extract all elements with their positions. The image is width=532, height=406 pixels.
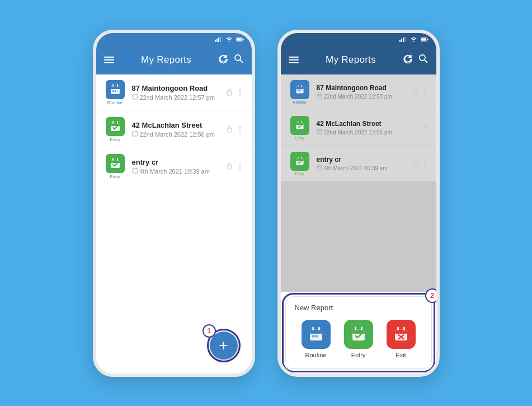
svg-rect-43 — [403, 38, 404, 42]
lock-icon-2 — [226, 125, 233, 134]
report-list-left: Routine 87 Maintongoon Road — [96, 74, 252, 185]
bottom-sheet-actions: Routine Entry — [295, 318, 422, 361]
report-name-r3: entry cr — [317, 156, 407, 164]
svg-rect-67 — [317, 130, 321, 134]
dots-icon-r2[interactable]: ⋮ — [422, 124, 429, 132]
svg-rect-20 — [227, 91, 232, 95]
refresh-icon-left[interactable] — [218, 54, 228, 66]
dots-icon-2[interactable]: ⋮ — [236, 125, 244, 134]
content-right: Routine 87 Maintongoon Road — [281, 74, 436, 292]
exit-icon — [387, 320, 416, 349]
plus-icon: + — [219, 338, 228, 353]
calendar-icon-1 — [132, 94, 138, 101]
report-icon-entry-left-1 — [106, 117, 125, 136]
svg-rect-33 — [111, 162, 120, 163]
svg-rect-52 — [296, 88, 303, 89]
svg-rect-71 — [413, 127, 417, 130]
signal-icon-right — [399, 37, 407, 42]
report-icon-wrap-2: Entry — [104, 117, 126, 142]
svg-rect-2 — [218, 38, 219, 42]
new-report-label: New Report — [295, 304, 422, 312]
report-actions-r2: ⋮ — [413, 123, 429, 132]
svg-rect-46 — [421, 38, 426, 40]
refresh-icon-right[interactable] — [403, 54, 413, 66]
report-item[interactable]: Entry entry cr 4th March — [96, 148, 252, 185]
routine-action-label: Routine — [305, 352, 327, 358]
report-list-right: Routine 87 Maintongoon Road — [281, 74, 436, 182]
lock-icon-r2 — [413, 123, 418, 132]
report-icon-wrap-3: Entry — [104, 154, 126, 179]
search-icon-right[interactable] — [418, 54, 428, 66]
report-actions-2: ⋮ — [226, 125, 244, 134]
report-icon-routine-right — [290, 80, 309, 99]
report-icon-wrap-r2: Entry — [289, 116, 311, 140]
dots-icon-r3[interactable]: ⋮ — [422, 160, 429, 167]
calendar-icon-2 — [132, 130, 138, 138]
report-type-label-r2: Entry — [295, 136, 304, 140]
header-title-right: My Reports — [326, 54, 376, 66]
report-actions-r1: ⋮ — [413, 87, 429, 96]
report-type-label-2: Entry — [110, 137, 120, 142]
report-item[interactable]: Entry entry cr 4th March — [281, 146, 436, 182]
calendar-icon-r1 — [317, 93, 322, 100]
svg-rect-16 — [133, 95, 138, 99]
report-icon-wrap-1: Routine — [104, 80, 126, 105]
routine-action-button[interactable]: Routine — [302, 320, 331, 358]
dots-icon-1[interactable]: ⋮ — [236, 88, 244, 97]
svg-rect-41 — [399, 40, 401, 42]
report-info-3: entry cr 4th March 2021 10:39 am — [132, 158, 220, 175]
battery-icon-left — [236, 37, 244, 42]
svg-rect-40 — [227, 165, 232, 169]
phone-right: My Reports — [277, 30, 440, 377]
dots-icon-3[interactable]: ⋮ — [236, 162, 244, 171]
svg-rect-14 — [112, 90, 114, 92]
app-header-right: My Reports — [281, 45, 436, 74]
svg-rect-61 — [413, 91, 417, 94]
entry-action-button[interactable]: Entry — [344, 320, 373, 358]
svg-rect-64 — [296, 124, 303, 125]
fab-wrapper: 1 + — [207, 329, 241, 362]
hamburger-icon-right[interactable] — [289, 57, 299, 63]
bottom-sheet-wrapper: 2 New Report — [285, 296, 432, 369]
report-name-1: 87 Maintongoon Road — [132, 84, 220, 92]
search-icon-left[interactable] — [234, 54, 243, 66]
header-title-left: My Reports — [141, 54, 191, 66]
step2-badge: 2 — [425, 288, 440, 303]
routine-icon — [302, 320, 331, 349]
svg-rect-36 — [133, 169, 138, 173]
svg-rect-15 — [115, 90, 116, 92]
app-header-left: My Reports — [96, 45, 252, 74]
report-item[interactable]: Entry 42 McLachlan Street — [281, 110, 436, 146]
dots-icon-r1[interactable]: ⋮ — [422, 88, 429, 96]
report-item[interactable]: Routine 87 Maintongoon Road — [281, 74, 436, 110]
header-icons-left — [218, 54, 243, 66]
report-item[interactable]: Entry 42 McLachlan Street — [96, 111, 252, 148]
hamburger-icon-left[interactable] — [104, 57, 114, 63]
svg-rect-0 — [215, 40, 216, 42]
exit-action-label: Exit — [396, 352, 406, 358]
status-bar-left — [96, 33, 252, 45]
svg-rect-23 — [111, 125, 120, 126]
report-date-1: 22nd March 2022 12:57 pm — [132, 94, 220, 101]
svg-rect-30 — [227, 128, 232, 132]
report-icon-entry-right-1 — [290, 116, 309, 135]
report-info-r1: 87 Maintongoon Road 22nd March 2022 12:5… — [317, 84, 407, 100]
status-bar-right — [281, 33, 436, 45]
calendar-icon-3 — [132, 167, 138, 175]
svg-rect-74 — [296, 160, 303, 161]
svg-rect-84 — [310, 332, 322, 333]
calendar-icon-r3 — [317, 165, 322, 171]
calendar-icon-r2 — [317, 129, 322, 136]
report-item[interactable]: Routine 87 Maintongoon Road — [96, 74, 252, 111]
lock-icon-r1 — [413, 87, 418, 96]
phone-left: My Reports — [93, 30, 255, 377]
report-icon-entry-left-2 — [106, 154, 125, 173]
svg-rect-56 — [299, 90, 300, 91]
header-icons-right — [403, 54, 428, 66]
exit-action-button[interactable]: Exit — [387, 320, 416, 358]
svg-rect-55 — [297, 90, 298, 91]
report-type-label-r1: Routine — [293, 100, 306, 104]
svg-rect-6 — [242, 39, 243, 40]
report-date-2: 22nd March 2022 12:56 pm — [132, 130, 220, 138]
report-actions-r3: ⋮ — [413, 159, 429, 168]
